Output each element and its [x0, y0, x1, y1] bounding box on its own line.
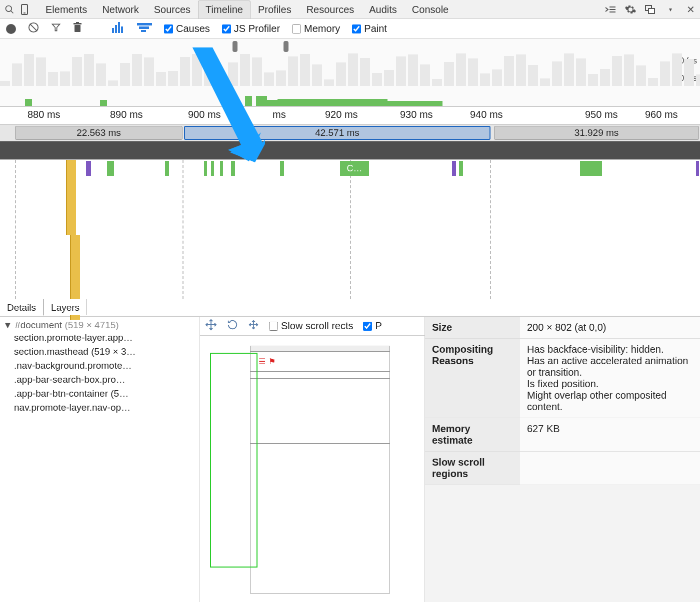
- frame-bar[interactable]: 42.571 ms: [184, 126, 490, 140]
- tree-item[interactable]: nav.promote-layer.nav-op…: [14, 401, 196, 415]
- gridline: [182, 160, 184, 299]
- svg-rect-8: [648, 8, 654, 13]
- flame-bar[interactable]: [459, 161, 463, 176]
- layers-canvas-pane: Slow scroll rects P ☰ ⚑: [200, 317, 425, 602]
- svg-rect-13: [74, 23, 82, 24]
- flame-bar[interactable]: [204, 161, 207, 176]
- svg-marker-11: [52, 24, 60, 30]
- tree-root[interactable]: ▼ #document (519 × 4715): [3, 320, 196, 331]
- ruler-label: 930 ms: [400, 109, 433, 120]
- devtools-top-tabs: ElementsNetworkSourcesTimelineProfilesRe…: [0, 0, 700, 19]
- ruler-label: 940 ms: [470, 109, 503, 120]
- tab-resources[interactable]: Resources: [299, 0, 362, 18]
- prop-compositing-val: Has backface-visibility: hidden.Has an a…: [520, 339, 700, 418]
- drawer-toggle-icon[interactable]: [604, 3, 617, 16]
- device-icon[interactable]: [18, 3, 31, 16]
- ruler-label: 890 ms: [110, 109, 143, 120]
- ruler-label: 920 ms: [325, 109, 358, 120]
- svg-rect-18: [121, 26, 123, 33]
- hamburger-icon: ☰: [258, 357, 266, 366]
- flame-icon[interactable]: [137, 23, 152, 34]
- layers-canvas[interactable]: ☰ ⚑: [200, 336, 424, 602]
- tree-item[interactable]: section.masthead (519 × 3…: [14, 345, 196, 359]
- svg-rect-14: [76, 22, 79, 23]
- svg-rect-20: [139, 26, 149, 29]
- slow-scroll-rects-checkbox[interactable]: Slow scroll rects: [269, 320, 353, 332]
- tab-network[interactable]: Network: [94, 0, 146, 18]
- flame-bar[interactable]: [452, 161, 456, 176]
- clear-icon[interactable]: [28, 22, 39, 35]
- timeline-overview[interactable]: 30 fps 60 fps: [0, 39, 700, 106]
- memory-checkbox[interactable]: Memory: [292, 23, 340, 34]
- flame-bar[interactable]: [696, 161, 699, 176]
- js-profiler-checkbox[interactable]: JS Profiler: [222, 23, 280, 34]
- layers-canvas-toolbar: Slow scroll rects P: [200, 317, 424, 336]
- ruler-label: 880 ms: [28, 109, 60, 120]
- flame-bar[interactable]: [107, 161, 114, 176]
- tab-timeline[interactable]: Timeline: [198, 0, 250, 18]
- reset-view-icon[interactable]: [248, 319, 259, 333]
- tree-item[interactable]: .app-bar-btn-container (5…: [14, 387, 196, 401]
- disclosure-triangle-icon[interactable]: ▼: [3, 320, 12, 330]
- frame-bar[interactable]: 22.563 ms: [15, 126, 182, 140]
- frame-bar[interactable]: 31.929 ms: [494, 126, 699, 140]
- flame-bar[interactable]: [165, 161, 169, 176]
- gridline: [350, 160, 351, 299]
- dock-icon[interactable]: [644, 3, 657, 16]
- layers-tree[interactable]: ▼ #document (519 × 4715) section.promote…: [0, 317, 200, 418]
- prop-memory-key: Memory estimate: [425, 418, 520, 452]
- ruler-label: ms: [272, 109, 286, 120]
- flame-chart[interactable]: C…: [0, 159, 700, 299]
- frame-bars-row[interactable]: 22.563 ms42.571 ms31.929 ms: [0, 124, 700, 141]
- flame-bar[interactable]: [220, 161, 223, 176]
- prop-compositing-key: Compositing Reasons: [425, 339, 520, 418]
- prop-size-key: Size: [425, 317, 520, 339]
- svg-rect-12: [74, 25, 80, 32]
- rotate-icon[interactable]: [227, 319, 238, 333]
- tab-sources[interactable]: Sources: [146, 0, 198, 18]
- tab-audits[interactable]: Audits: [362, 0, 404, 18]
- svg-point-0: [6, 5, 12, 11]
- tab-profiles[interactable]: Profiles: [250, 0, 299, 18]
- timeline-toolbar: Causes JS Profiler Memory Paint: [0, 19, 700, 39]
- flame-bar[interactable]: [211, 161, 214, 176]
- bottom-tab-layers[interactable]: Layers: [44, 299, 87, 315]
- pan-icon[interactable]: [205, 319, 217, 333]
- svg-line-1: [11, 10, 14, 13]
- search-icon[interactable]: [3, 3, 16, 16]
- scripting-bar[interactable]: [70, 235, 80, 300]
- tree-item[interactable]: section.promote-layer.app…: [14, 331, 196, 345]
- tree-item[interactable]: .app-bar-search-box.pro…: [14, 373, 196, 387]
- svg-rect-16: [115, 25, 117, 33]
- flame-bar[interactable]: [580, 161, 602, 176]
- gridline: [490, 160, 491, 299]
- filter-icon[interactable]: [51, 22, 61, 35]
- prop-slowscroll-key: Slow scroll regions: [425, 452, 520, 485]
- gear-icon[interactable]: [624, 3, 637, 16]
- svg-rect-17: [118, 22, 120, 33]
- tab-console[interactable]: Console: [404, 0, 456, 18]
- flame-bar[interactable]: [86, 161, 91, 176]
- gridline: [15, 160, 16, 299]
- scripting-bar[interactable]: [66, 160, 76, 235]
- truncated-p-checkbox[interactable]: P: [363, 320, 382, 332]
- ruler-label: 900 ms: [188, 109, 221, 120]
- record-button[interactable]: [6, 24, 16, 34]
- paint-checkbox[interactable]: Paint: [352, 23, 387, 34]
- prop-memory-val: 627 KB: [520, 418, 700, 452]
- flame-bar[interactable]: C…: [340, 161, 369, 176]
- bars-icon[interactable]: [112, 22, 125, 35]
- flame-bar[interactable]: [280, 161, 284, 176]
- svg-rect-21: [141, 30, 146, 32]
- garbage-icon[interactable]: [73, 22, 82, 35]
- timeline-ruler[interactable]: 880 ms890 ms900 msms920 ms930 ms940 ms95…: [0, 106, 700, 124]
- prop-slowscroll-val: [520, 452, 700, 485]
- bottom-tab-details[interactable]: Details: [0, 299, 44, 316]
- chevron-down-icon[interactable]: ▾: [664, 3, 677, 16]
- causes-checkbox[interactable]: Causes: [164, 23, 210, 34]
- tree-item[interactable]: .nav-background.promote…: [14, 359, 196, 373]
- tab-elements[interactable]: Elements: [38, 0, 94, 18]
- layer-properties-table: Size 200 × 802 (at 0,0) Compositing Reas…: [425, 317, 700, 485]
- close-icon[interactable]: ✕: [684, 3, 697, 16]
- flame-bar[interactable]: [231, 161, 235, 176]
